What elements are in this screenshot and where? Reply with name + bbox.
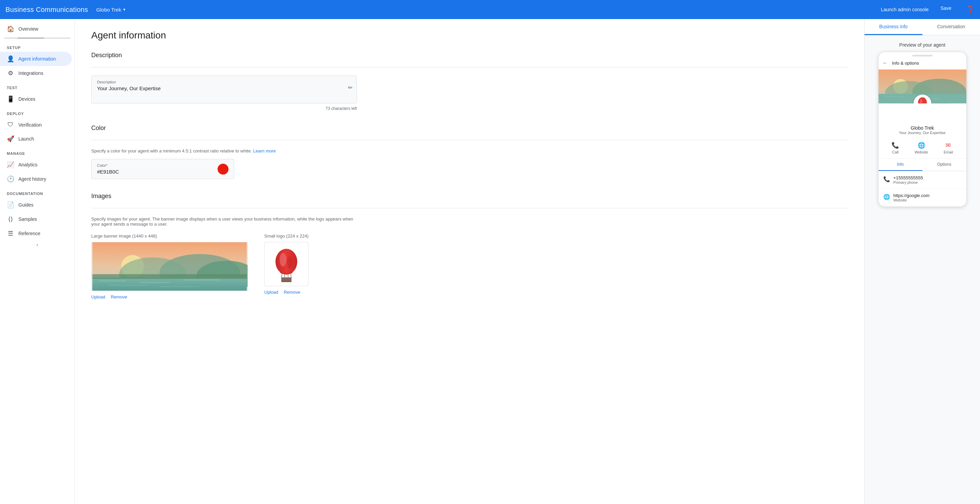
phone-banner	[878, 70, 966, 103]
section-label-manage: Manage	[0, 146, 75, 158]
tab-conversation[interactable]: Conversation	[923, 19, 980, 35]
logo-container	[271, 246, 302, 283]
logo-remove-link[interactable]: Remove	[284, 290, 300, 295]
description-field-label: Description	[97, 80, 351, 84]
sidebar-agent-info-label: Agent information	[18, 56, 56, 62]
svg-line-16	[290, 273, 291, 278]
sidebar-devices-label: Devices	[18, 96, 35, 102]
sidebar-guides-label: Guides	[18, 202, 33, 208]
tab-business-info[interactable]: Business info	[865, 19, 923, 35]
sidebar-item-integrations[interactable]: ⚙ Integrations	[0, 66, 72, 80]
chevron-down-icon: ‹	[37, 242, 38, 247]
sidebar-item-samples[interactable]: ⟨⟩ Samples	[0, 212, 72, 226]
brand-selector[interactable]: Globo Trek ▾	[96, 7, 125, 13]
save-button[interactable]: Save	[932, 3, 959, 14]
phone-email-label: Email	[943, 150, 953, 154]
reference-icon: ☰	[7, 230, 14, 237]
phone-email-action[interactable]: ✉ Email	[943, 141, 953, 154]
description-field-container[interactable]: Description Your Journey, Our Expertise …	[91, 76, 357, 103]
history-icon: 🕐	[7, 175, 14, 183]
launch-icon: 🚀	[7, 135, 14, 143]
phone-agent-name: Globo Trek	[878, 125, 966, 131]
phone-info-phone-number: +15555555555	[894, 175, 923, 181]
sidebar-item-agent-information[interactable]: 👤 Agent information	[0, 52, 72, 66]
svg-point-13	[280, 253, 286, 266]
sidebar-item-launch[interactable]: 🚀 Launch	[0, 132, 72, 146]
section-label-test: Test	[0, 80, 75, 92]
description-field-value: Your Journey, Our Expertise	[97, 86, 351, 99]
phone-website-action[interactable]: 🌐 Website	[915, 141, 928, 154]
description-divider	[91, 67, 848, 67]
sidebar-item-overview[interactable]: 🏠 Overview	[0, 22, 72, 36]
integrations-icon: ⚙	[7, 70, 14, 77]
phone-info-website-label: Website	[894, 198, 930, 202]
phone-call-label: Call	[892, 150, 899, 154]
launch-admin-link[interactable]: Launch admin console	[881, 7, 929, 12]
banner-label: Large banner image (1440 x 448)	[91, 233, 248, 239]
logo-upload-link[interactable]: Upload	[264, 290, 278, 295]
edit-icon[interactable]: ✏	[348, 84, 352, 91]
sidebar-item-guides[interactable]: 📄 Guides	[0, 198, 72, 212]
sidebar-item-verification[interactable]: 🛡 Verification	[0, 118, 72, 132]
description-title: Description	[91, 52, 848, 62]
color-section: Color Specify a color for your agent wit…	[91, 125, 848, 179]
logo-upload-section: Small logo (224 x 224)	[264, 233, 309, 295]
phone-website-label: Website	[915, 150, 928, 154]
sidebar-item-agent-history[interactable]: 🕐 Agent history	[0, 172, 72, 186]
main-content: Agent information Description Descriptio…	[75, 19, 864, 504]
page-layout: 🏠 Overview Setup 👤 Agent information ⚙ I…	[0, 19, 980, 504]
svg-rect-5	[92, 278, 247, 291]
banner-actions: Upload Remove	[91, 294, 248, 300]
sidebar-samples-label: Samples	[18, 216, 37, 222]
color-swatch[interactable]	[218, 164, 229, 174]
banner-upload-section: Large banner image (1440 x 448)	[91, 233, 248, 300]
banner-remove-link[interactable]: Remove	[111, 294, 127, 300]
learn-more-link[interactable]: Learn more	[253, 148, 275, 154]
phone-call-action[interactable]: 📞 Call	[891, 141, 899, 154]
banner-upload-link[interactable]: Upload	[91, 294, 105, 300]
description-section: Description Description Your Journey, Ou…	[91, 52, 848, 111]
verification-icon: 🛡	[7, 121, 14, 128]
color-title: Color	[91, 125, 848, 135]
svg-line-15	[281, 273, 282, 278]
phone-header-label: Info & options	[892, 60, 920, 66]
phone-info-phone-label: Primary phone	[894, 181, 923, 184]
section-label-deploy: Deploy	[0, 106, 75, 118]
help-icon[interactable]: ❓	[966, 5, 975, 14]
sidebar-item-reference[interactable]: ☰ Reference	[0, 226, 72, 241]
app-title: Business Communications	[5, 6, 88, 14]
phone-tab-info[interactable]: Info	[878, 158, 923, 171]
chars-left: 73 characters left	[91, 103, 357, 111]
app-header: Business Communications Globo Trek ▾ Lau…	[0, 0, 980, 19]
sidebar-item-analytics[interactable]: 📈 Analytics	[0, 158, 72, 172]
color-field-value: #E91B0C	[97, 169, 119, 174]
sidebar-integrations-label: Integrations	[18, 70, 43, 76]
phone-tab-options[interactable]: Options	[923, 158, 966, 171]
images-section: Images Specify images for your agent. Th…	[91, 193, 848, 300]
guides-icon: 📄	[7, 201, 14, 209]
sidebar-launch-label: Launch	[18, 136, 34, 141]
phone-info-phone-row: 📞 +15555555555 Primary phone	[878, 171, 966, 189]
sidebar-item-devices[interactable]: 📱 Devices	[0, 92, 72, 106]
svg-point-14	[287, 256, 293, 268]
email-icon: ✉	[946, 141, 951, 149]
sidebar-reference-label: Reference	[18, 231, 41, 236]
phone-agent-desc: Your Journey, Our Expertise	[878, 131, 966, 135]
back-icon: ←	[883, 60, 888, 66]
images-description: Specify images for your agent. The banne…	[91, 216, 357, 227]
right-panel: Business info Conversation Preview of yo…	[864, 19, 980, 504]
color-field-container[interactable]: Color* #E91B0C	[91, 159, 234, 179]
sidebar-analytics-label: Analytics	[18, 162, 37, 168]
scroll-down-indicator: ‹	[0, 241, 75, 249]
color-divider	[91, 140, 848, 140]
phone-info-website-url: https://google.com	[894, 193, 930, 198]
sidebar-overview-label: Overview	[18, 26, 38, 32]
sidebar-agent-history-label: Agent history	[18, 176, 46, 182]
svg-point-29	[918, 97, 927, 103]
call-icon: 📞	[891, 141, 899, 149]
logo-actions: Upload Remove	[264, 290, 309, 295]
logo-image	[264, 242, 309, 286]
header-right: Launch admin console 👥 💬 ❓	[881, 5, 975, 14]
website-icon: 🌐	[918, 141, 925, 149]
person-icon: 👤	[7, 55, 14, 63]
